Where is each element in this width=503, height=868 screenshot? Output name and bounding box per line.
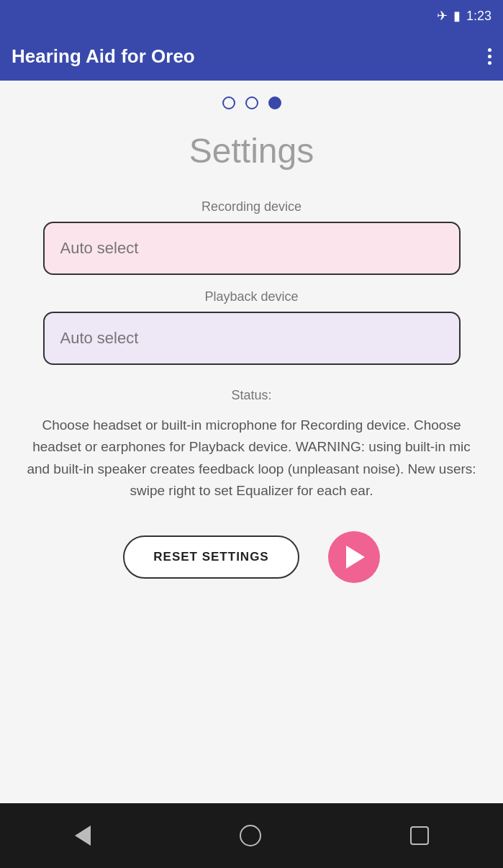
status-bar: ✈ ▮ 1:23: [0, 0, 503, 32]
app-bar: Hearing Aid for Oreo: [0, 32, 503, 81]
status-icons: ✈ ▮ 1:23: [437, 8, 491, 24]
recording-device-label: Recording device: [43, 199, 461, 214]
home-button[interactable]: [240, 825, 261, 846]
app-title: Hearing Aid for Oreo: [12, 45, 195, 68]
playback-device-label: Playback device: [43, 289, 461, 304]
status-label: Status:: [231, 388, 271, 403]
playback-device-section: Playback device Auto select: [43, 289, 461, 365]
recents-button[interactable]: [410, 826, 429, 845]
airplane-icon: ✈: [437, 8, 448, 24]
status-time: 1:23: [466, 9, 491, 24]
back-button[interactable]: [75, 826, 91, 846]
recording-device-selector[interactable]: Auto select: [43, 222, 461, 275]
content-area: Settings Recording device Auto select Pl…: [0, 81, 503, 803]
page-indicators: [222, 96, 281, 109]
playback-device-selector[interactable]: Auto select: [43, 312, 461, 365]
playback-device-value: Auto select: [60, 329, 139, 347]
battery-icon: ▮: [453, 8, 461, 24]
reset-settings-button[interactable]: RESET SETTINGS: [123, 535, 299, 579]
page-indicator-2[interactable]: [245, 96, 258, 109]
recording-device-section: Recording device Auto select: [43, 199, 461, 275]
more-vertical-icon[interactable]: [488, 48, 491, 65]
play-button[interactable]: [328, 531, 380, 583]
page-indicator-1[interactable]: [222, 96, 235, 109]
buttons-row: RESET SETTINGS: [22, 531, 481, 583]
play-icon: [346, 546, 365, 569]
recording-device-value: Auto select: [60, 239, 139, 257]
bottom-navigation: [0, 803, 503, 868]
page-indicator-3[interactable]: [268, 96, 281, 109]
page-title: Settings: [189, 131, 314, 171]
description-text: Choose headset or built-in microphone fo…: [22, 415, 481, 502]
